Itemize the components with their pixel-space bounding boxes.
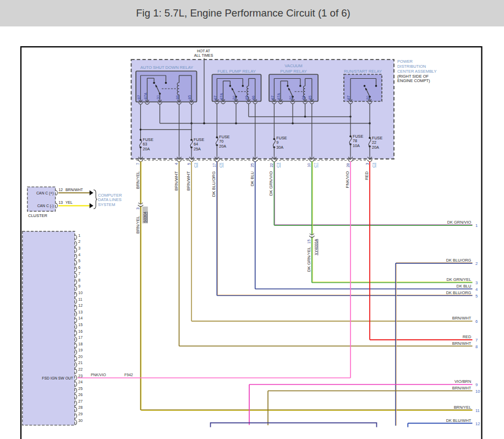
svg-text:DK BLU: DK BLU [457, 284, 472, 289]
svg-text:20A: 20A [219, 144, 226, 149]
svg-text:DK BLU/ORG: DK BLU/ORG [211, 171, 216, 197]
svg-text:DK BLU: DK BLU [250, 171, 255, 186]
svg-text:30: 30 [78, 419, 83, 422]
svg-text:19: 19 [78, 348, 83, 352]
svg-text:BRN/WHT: BRN/WHT [452, 341, 472, 346]
svg-text:CAN C (-): CAN C (-) [37, 204, 54, 208]
svg-text:RED: RED [463, 334, 472, 339]
svg-text:15: 15 [78, 323, 83, 327]
svg-text:CAN C (+): CAN C (+) [36, 191, 54, 196]
svg-text:DK BLU/ORG: DK BLU/ORG [446, 258, 472, 263]
svg-text:86: 86 [302, 95, 305, 100]
svg-text:DK GRN/YEL: DK GRN/YEL [306, 247, 311, 272]
svg-text:2: 2 [78, 240, 80, 243]
svg-text:27: 27 [78, 399, 83, 403]
svg-text:ENGINE COMPT): ENGINE COMPT) [397, 78, 430, 83]
svg-text:10: 10 [475, 389, 480, 394]
svg-text:9: 9 [475, 382, 478, 387]
svg-text:30: 30 [366, 95, 370, 100]
svg-text:3: 3 [78, 246, 80, 250]
svg-text:2: 2 [475, 261, 478, 266]
svg-text:6: 6 [475, 319, 478, 324]
svg-text:23: 23 [78, 374, 83, 378]
svg-text:10A: 10A [353, 143, 360, 148]
svg-text:5: 5 [187, 163, 191, 165]
svg-text:C3: C3 [372, 162, 376, 167]
svg-text:PUMP RELAY: PUMP RELAY [280, 69, 306, 74]
svg-text:15: 15 [307, 240, 311, 244]
svg-text:26: 26 [78, 393, 83, 397]
svg-text:13: 13 [78, 310, 83, 314]
svg-text:S0304: S0304 [143, 212, 147, 223]
svg-text:YEL: YEL [65, 200, 73, 204]
svg-text:7: 7 [136, 163, 140, 165]
svg-text:Fig 1: 5.7L, Engine Performanc: Fig 1: 5.7L, Engine Performance Circuit … [136, 7, 350, 19]
svg-text:86: 86 [176, 95, 179, 100]
svg-text:VACUUM: VACUUM [284, 63, 302, 68]
svg-text:C5: C5 [219, 162, 223, 167]
svg-text:PNK/VIO: PNK/VIO [345, 171, 350, 188]
svg-text:20A: 20A [372, 145, 379, 150]
svg-text:85: 85 [245, 95, 249, 100]
svg-text:C3: C3 [194, 162, 198, 167]
svg-text:4: 4 [475, 287, 478, 292]
svg-text:28: 28 [346, 163, 350, 167]
svg-text:30: 30 [156, 95, 160, 100]
svg-text:CLUSTER: CLUSTER [28, 213, 48, 218]
svg-text:AUTO SHUT DOWN RELAY: AUTO SHUT DOWN RELAY [140, 65, 193, 70]
svg-text:BRN/WHT: BRN/WHT [452, 386, 472, 391]
svg-text:ALL TIMES: ALL TIMES [194, 53, 213, 57]
svg-text:4: 4 [174, 163, 178, 165]
svg-text:10: 10 [308, 163, 311, 167]
svg-text:SYSTEM: SYSTEM [98, 202, 115, 207]
svg-text:11: 11 [475, 408, 480, 413]
svg-text:4: 4 [78, 253, 80, 257]
svg-text:PNK/VIO: PNK/VIO [91, 373, 106, 377]
svg-text:25A: 25A [194, 147, 201, 151]
svg-text:BRN/WHT: BRN/WHT [452, 316, 472, 321]
svg-text:HOT AT: HOT AT [197, 49, 210, 53]
svg-text:RUN/START RELAY: RUN/START RELAY [344, 69, 382, 74]
svg-text:28: 28 [78, 405, 83, 409]
svg-text:BRN/YEL: BRN/YEL [135, 171, 140, 189]
svg-text:87: 87 [347, 95, 350, 100]
svg-text:XY4000A: XY4000A [314, 239, 318, 256]
svg-text:1: 1 [78, 234, 80, 237]
svg-text:87A: 87A [220, 93, 223, 100]
svg-text:DK BLU/WHT: DK BLU/WHT [446, 418, 472, 423]
svg-text:14: 14 [78, 316, 83, 320]
svg-text:DATA LINES: DATA LINES [98, 197, 122, 202]
svg-text:8: 8 [475, 344, 478, 349]
svg-text:BRN/WHT: BRN/WHT [174, 171, 179, 191]
svg-text:BRN/YEL: BRN/YEL [454, 405, 472, 410]
svg-text:17: 17 [212, 163, 216, 167]
svg-text:29: 29 [78, 412, 83, 416]
svg-text:17: 17 [78, 335, 83, 339]
svg-text:21: 21 [78, 361, 83, 365]
svg-text:85: 85 [188, 95, 191, 100]
svg-text:5: 5 [475, 294, 478, 299]
svg-text:64: 64 [194, 142, 198, 147]
svg-text:22: 22 [78, 367, 83, 371]
svg-text:C7: C7 [314, 162, 318, 167]
svg-text:87A: 87A [144, 93, 147, 100]
svg-text:22: 22 [270, 163, 273, 167]
svg-text:12: 12 [59, 188, 63, 192]
svg-text:POWER: POWER [397, 59, 413, 64]
svg-text:18: 18 [78, 342, 83, 346]
svg-text:FSD IGN SW OUT: FSD IGN SW OUT [42, 376, 73, 380]
svg-text:11: 11 [78, 297, 82, 301]
svg-text:30A: 30A [276, 145, 283, 150]
svg-text:VIO/BRN: VIO/BRN [454, 379, 471, 384]
svg-text:25: 25 [78, 387, 83, 391]
svg-text:8: 8 [78, 278, 80, 282]
svg-text:86: 86 [251, 95, 255, 100]
svg-text:25: 25 [250, 163, 254, 167]
svg-text:(RIGHT SIDE OF: (RIGHT SIDE OF [397, 74, 429, 79]
svg-text:87: 87 [271, 95, 275, 100]
svg-text:BRN/WHT: BRN/WHT [186, 171, 191, 191]
svg-text:DK GRN/YEL: DK GRN/YEL [447, 277, 472, 282]
svg-text:63: 63 [143, 142, 147, 147]
svg-text:5: 5 [78, 259, 80, 263]
svg-text:7: 7 [78, 272, 80, 275]
